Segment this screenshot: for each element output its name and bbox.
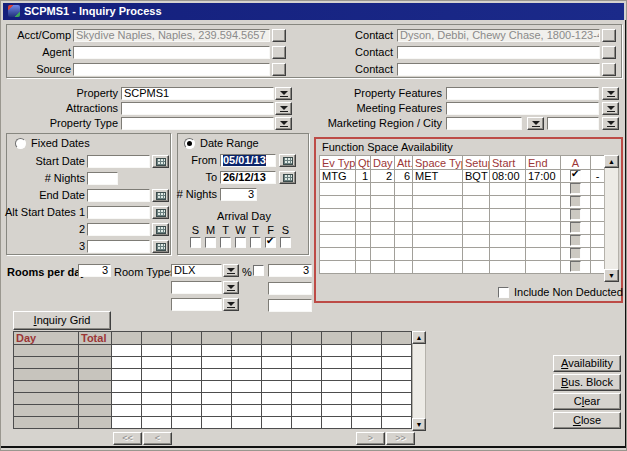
grid-cell[interactable] bbox=[382, 357, 412, 369]
grid-cell[interactable] bbox=[292, 393, 322, 405]
grid-cell[interactable] bbox=[112, 345, 142, 357]
grid-cell[interactable] bbox=[352, 381, 382, 393]
arrival-day-checkbox[interactable]: ✔ bbox=[265, 237, 276, 248]
room-qty-field-2[interactable] bbox=[268, 282, 312, 295]
grid-cell[interactable] bbox=[382, 345, 412, 357]
arrival-day-checkbox[interactable]: ✔ bbox=[190, 237, 201, 248]
grid-cell[interactable] bbox=[382, 405, 412, 417]
alt-start-date3-calendar-icon[interactable] bbox=[152, 240, 169, 253]
grid-cell[interactable] bbox=[232, 381, 262, 393]
grid-cell[interactable] bbox=[112, 417, 142, 429]
grid-cell[interactable] bbox=[112, 381, 142, 393]
attractions-field[interactable] bbox=[121, 102, 274, 115]
grid-cell[interactable] bbox=[172, 345, 202, 357]
marketing-region-field[interactable] bbox=[446, 117, 522, 130]
title-bar[interactable]: SCPMS1 - Inquiry Process bbox=[3, 3, 624, 20]
grid-cell[interactable] bbox=[382, 381, 412, 393]
alt-start-date1-calendar-icon[interactable] bbox=[152, 206, 169, 219]
grid-cell[interactable] bbox=[262, 405, 292, 417]
room-type-dropdown-icon[interactable] bbox=[223, 298, 239, 311]
grid-cell[interactable] bbox=[202, 417, 232, 429]
grid-cell[interactable] bbox=[352, 405, 382, 417]
grid-cell[interactable] bbox=[322, 369, 352, 381]
grid-cell[interactable] bbox=[382, 417, 412, 429]
arrival-day-checkbox[interactable]: ✔ bbox=[280, 237, 291, 248]
room-type-field-1[interactable]: DLX bbox=[171, 264, 222, 277]
start-date-field[interactable] bbox=[87, 155, 150, 168]
grid-cell[interactable] bbox=[322, 357, 352, 369]
function-space-empty-row[interactable] bbox=[320, 196, 605, 209]
grid-cell[interactable] bbox=[292, 345, 322, 357]
acct-comp-field[interactable]: Skydive Naples, Naples, 239.594.5657 bbox=[73, 29, 270, 42]
scroll-down-icon[interactable]: ▼ bbox=[604, 269, 619, 282]
function-space-empty-row[interactable] bbox=[320, 248, 605, 261]
date-range-radio[interactable] bbox=[184, 138, 195, 149]
marketing-region-dropdown-icon[interactable] bbox=[527, 117, 544, 130]
fixed-nights-field[interactable] bbox=[87, 172, 118, 185]
grid-cell[interactable] bbox=[382, 369, 412, 381]
meeting-features-field[interactable] bbox=[446, 102, 599, 115]
scroll-up-icon[interactable]: ▲ bbox=[412, 331, 426, 344]
close-button[interactable]: Close bbox=[553, 412, 621, 429]
contact3-lookup-button[interactable]: ... bbox=[602, 63, 616, 76]
end-date-field[interactable] bbox=[87, 189, 150, 202]
function-space-empty-row[interactable] bbox=[320, 222, 605, 235]
range-nights-field[interactable]: 3 bbox=[220, 188, 257, 201]
grid-cell[interactable] bbox=[352, 417, 382, 429]
grid-cell[interactable] bbox=[232, 417, 262, 429]
include-non-deducted-checkbox[interactable]: ✔ bbox=[498, 287, 509, 298]
grid-cell[interactable] bbox=[202, 381, 232, 393]
property-type-field[interactable] bbox=[121, 117, 274, 130]
grid-cell[interactable] bbox=[112, 405, 142, 417]
grid-cell[interactable] bbox=[112, 369, 142, 381]
property-field[interactable]: SCPMS1 bbox=[121, 87, 274, 100]
room-type-dropdown-icon[interactable] bbox=[223, 281, 239, 294]
grid-cell[interactable] bbox=[262, 345, 292, 357]
grid-cell[interactable] bbox=[292, 369, 322, 381]
fixed-dates-radio[interactable] bbox=[15, 138, 26, 149]
scroll-down-icon[interactable]: ▼ bbox=[412, 418, 426, 431]
arrival-day-checkbox[interactable]: ✔ bbox=[235, 237, 246, 248]
grid-cell[interactable] bbox=[202, 405, 232, 417]
grid-cell[interactable] bbox=[292, 357, 322, 369]
bus-block-button[interactable]: Bus. Block bbox=[553, 374, 621, 391]
grid-cell[interactable] bbox=[322, 381, 352, 393]
property-dropdown-icon[interactable] bbox=[275, 87, 292, 100]
grid-cell[interactable] bbox=[322, 405, 352, 417]
grid-cell[interactable] bbox=[202, 369, 232, 381]
property-type-dropdown-icon[interactable] bbox=[275, 117, 292, 130]
grid-cell[interactable] bbox=[262, 369, 292, 381]
to-date-field[interactable]: 26/12/13 bbox=[220, 171, 276, 184]
grid-cell[interactable] bbox=[142, 369, 172, 381]
alt-start-date2-field[interactable] bbox=[87, 223, 150, 236]
from-date-field[interactable]: 05/01/13 bbox=[223, 155, 266, 166]
source-lookup-button[interactable]: ... bbox=[272, 63, 286, 76]
grid-cell[interactable] bbox=[202, 357, 232, 369]
to-date-calendar-icon[interactable] bbox=[279, 171, 296, 184]
grid-cell[interactable] bbox=[172, 357, 202, 369]
room-type-field-3[interactable] bbox=[171, 298, 222, 311]
agent-field[interactable] bbox=[73, 46, 270, 59]
acct-comp-lookup-button[interactable]: ... bbox=[272, 29, 286, 42]
end-date-calendar-icon[interactable] bbox=[152, 189, 169, 202]
scrollbar-track[interactable] bbox=[604, 168, 619, 269]
grid-cell[interactable] bbox=[262, 417, 292, 429]
marketing-city-field[interactable] bbox=[547, 117, 599, 130]
start-date-calendar-icon[interactable] bbox=[152, 155, 169, 168]
grid-cell[interactable] bbox=[172, 381, 202, 393]
grid-cell[interactable] bbox=[382, 393, 412, 405]
contact2-lookup-button[interactable]: ... bbox=[602, 46, 616, 59]
rooms-per-day-field[interactable]: 3 bbox=[78, 264, 111, 277]
function-space-empty-row[interactable] bbox=[320, 261, 605, 274]
grid-cell[interactable] bbox=[232, 345, 262, 357]
inquiry-grid-button[interactable]: Inquiry Grid bbox=[13, 311, 111, 330]
arrival-day-checkbox[interactable]: ✔ bbox=[250, 237, 261, 248]
function-space-empty-row[interactable] bbox=[320, 209, 605, 222]
from-date-calendar-icon[interactable] bbox=[279, 154, 296, 167]
grid-cell[interactable] bbox=[202, 393, 232, 405]
alt-start-date2-calendar-icon[interactable] bbox=[152, 223, 169, 236]
grid-cell[interactable] bbox=[172, 405, 202, 417]
grid-cell[interactable] bbox=[262, 357, 292, 369]
alt-start-date1-field[interactable] bbox=[87, 206, 150, 219]
grid-cell[interactable] bbox=[292, 381, 322, 393]
